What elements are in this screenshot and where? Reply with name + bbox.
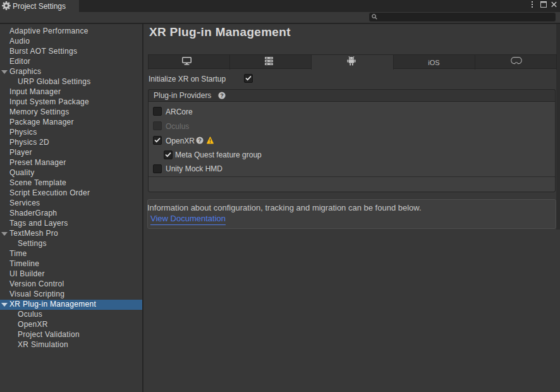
svg-text:?: ? (198, 137, 201, 144)
svg-text:?: ? (220, 92, 223, 99)
